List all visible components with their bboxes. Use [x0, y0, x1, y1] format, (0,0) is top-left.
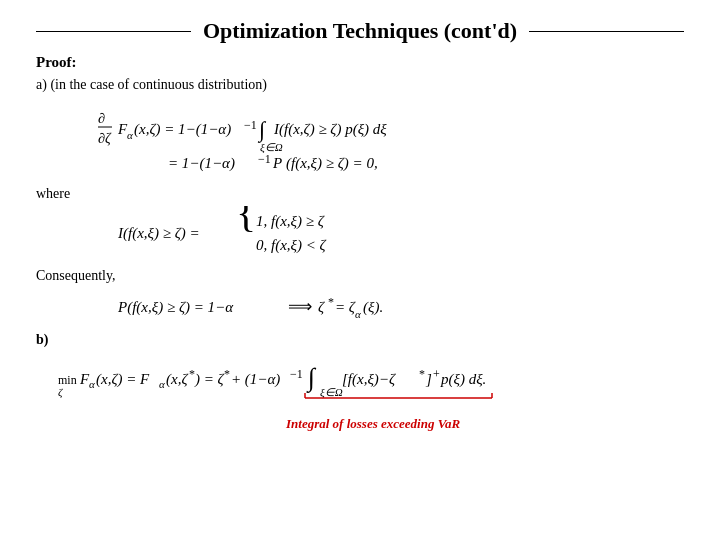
svg-text:∫: ∫	[306, 363, 317, 393]
page: Optimization Techniques (cont'd) Proof: …	[0, 0, 720, 540]
consequently-label: Consequently,	[36, 268, 684, 284]
svg-text:f(x,ξ) < ζ: f(x,ξ) < ζ	[271, 237, 327, 254]
title-container: Optimization Techniques (cont'd)	[36, 18, 684, 44]
svg-text:(x,ζ) = F: (x,ζ) = F	[96, 371, 150, 388]
formula-2-svg: = 1−(1−α) −1 P (f(x,ξ) ≥ ζ) = 0,	[166, 146, 566, 178]
svg-text:I(f(x,ζ) ≥ ζ) p(ξ) dξ: I(f(x,ζ) ≥ ζ) p(ξ) dξ	[273, 121, 387, 138]
svg-text:⟹: ⟹	[288, 297, 312, 316]
formula-5-svg: min ζ F α (x,ζ) = F α (x,ζ * ) = ζ * + (…	[56, 348, 720, 400]
svg-text:{: {	[236, 206, 256, 235]
svg-text:P(f(x,ξ) ≥ ζ) = 1−α: P(f(x,ξ) ≥ ζ) = 1−α	[117, 299, 234, 316]
where-label: where	[36, 186, 684, 202]
svg-text:]: ]	[425, 371, 432, 387]
svg-text:(x,ζ: (x,ζ	[166, 371, 188, 388]
svg-text:α: α	[355, 308, 361, 320]
svg-text:+ (1−α): + (1−α)	[231, 371, 280, 388]
svg-text:I(f(x,ξ) ≥ ζ) =: I(f(x,ξ) ≥ ζ) =	[117, 225, 200, 242]
svg-text:= ζ: = ζ	[335, 299, 356, 315]
formula-4-svg: P(f(x,ξ) ≥ ζ) = 1−α ⟹ ζ * = ζ α (ξ).	[116, 288, 596, 324]
svg-text:−1: −1	[290, 367, 303, 381]
formula-4: P(f(x,ξ) ≥ ζ) = 1−α ⟹ ζ * = ζ α (ξ).	[116, 288, 684, 324]
formula-b-container: min ζ F α (x,ζ) = F α (x,ζ * ) = ζ * + (…	[56, 348, 684, 432]
svg-text:= 1−(1−α): = 1−(1−α)	[168, 155, 235, 172]
svg-text:∂: ∂	[98, 111, 105, 126]
svg-text:∫: ∫	[257, 117, 267, 143]
svg-text:(ξ).: (ξ).	[363, 299, 383, 316]
svg-text:*: *	[328, 295, 334, 309]
svg-text:ζ: ζ	[318, 299, 325, 315]
proof-label: Proof:	[36, 54, 684, 71]
svg-text:P: P	[272, 155, 282, 171]
page-title: Optimization Techniques (cont'd)	[191, 18, 529, 44]
svg-text:+: +	[433, 367, 440, 381]
svg-text:min: min	[58, 373, 77, 387]
svg-text:−1: −1	[258, 152, 271, 166]
svg-text:1,: 1,	[256, 213, 267, 229]
svg-text:p(ξ) dξ.: p(ξ) dξ.	[440, 371, 486, 388]
svg-text:α: α	[127, 129, 133, 141]
svg-text:*: *	[419, 367, 425, 381]
svg-text:(f(x,ξ) ≥ ζ) = 0,: (f(x,ξ) ≥ ζ) = 0,	[286, 155, 378, 172]
svg-text:[f(x,ξ)−ζ: [f(x,ξ)−ζ	[342, 371, 396, 388]
svg-text:α: α	[89, 378, 95, 390]
svg-text:f(x,ξ) ≥ ζ: f(x,ξ) ≥ ζ	[271, 213, 325, 230]
b-label: b)	[36, 332, 684, 348]
svg-text:(x,ζ) = 1−(1−α): (x,ζ) = 1−(1−α)	[134, 121, 231, 138]
svg-text:ζ: ζ	[58, 386, 64, 398]
svg-text:∂ζ: ∂ζ	[98, 131, 112, 146]
formula-3: I(f(x,ξ) ≥ ζ) = { 1, f(x,ξ) ≥ ζ 0, f(x,ξ…	[116, 206, 684, 262]
svg-text:ξ∈Ω: ξ∈Ω	[320, 386, 343, 399]
integral-annotation: Integral of losses exceeding VaR	[286, 416, 460, 432]
svg-text:*: *	[224, 367, 230, 381]
svg-text:−1: −1	[244, 118, 257, 132]
svg-text:) = ζ: ) = ζ	[194, 371, 225, 388]
case-a-label: a) (in the case of continuous distributi…	[36, 77, 684, 93]
formula-3-svg: I(f(x,ξ) ≥ ζ) = { 1, f(x,ξ) ≥ ζ 0, f(x,ξ…	[116, 206, 636, 262]
svg-text:0,: 0,	[256, 237, 267, 253]
svg-text:α: α	[159, 378, 165, 390]
